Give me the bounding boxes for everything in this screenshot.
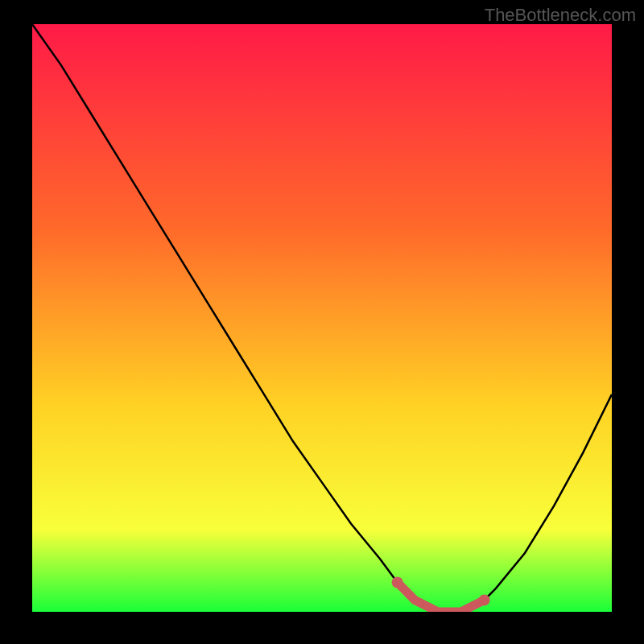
watermark-text: TheBottleneck.com [485, 5, 636, 26]
plot-svg [32, 24, 612, 612]
gradient-background [32, 24, 612, 612]
chart-frame: TheBottleneck.com [0, 0, 644, 644]
bottleneck-plot [32, 24, 612, 612]
optimal-range-start-dot [392, 577, 403, 588]
optimal-range-end-dot [479, 594, 490, 605]
